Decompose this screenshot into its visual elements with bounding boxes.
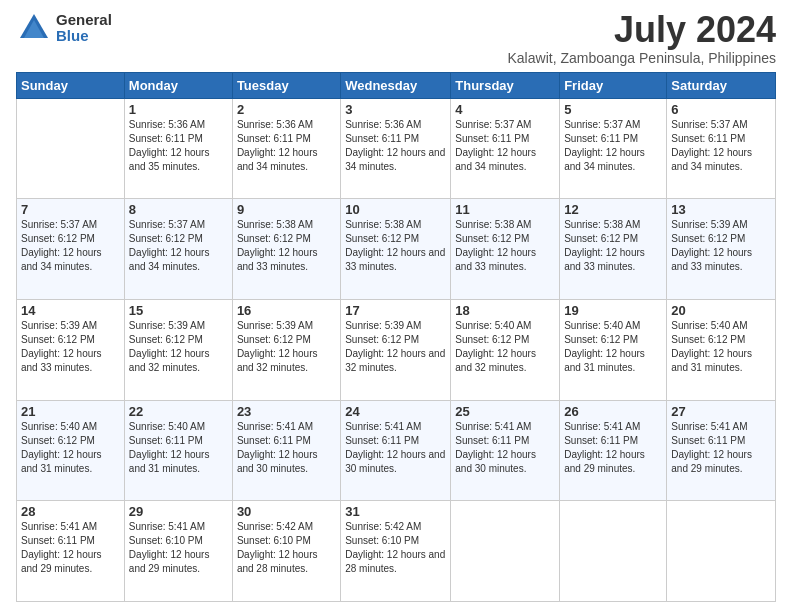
day-info: Sunrise: 5:37 AMSunset: 6:11 PMDaylight:… (455, 118, 555, 174)
calendar-cell (17, 98, 125, 199)
logo-blue: Blue (56, 28, 112, 45)
day-number: 25 (455, 404, 555, 419)
calendar-week-row: 21Sunrise: 5:40 AMSunset: 6:12 PMDayligh… (17, 400, 776, 501)
logo-icon (16, 10, 52, 46)
day-number: 31 (345, 504, 446, 519)
calendar-cell: 25Sunrise: 5:41 AMSunset: 6:11 PMDayligh… (451, 400, 560, 501)
day-info: Sunrise: 5:37 AMSunset: 6:11 PMDaylight:… (564, 118, 662, 174)
day-info: Sunrise: 5:42 AMSunset: 6:10 PMDaylight:… (237, 520, 336, 576)
day-number: 23 (237, 404, 336, 419)
calendar-cell: 31Sunrise: 5:42 AMSunset: 6:10 PMDayligh… (341, 501, 451, 602)
day-info: Sunrise: 5:39 AMSunset: 6:12 PMDaylight:… (671, 218, 771, 274)
day-info: Sunrise: 5:41 AMSunset: 6:11 PMDaylight:… (237, 420, 336, 476)
day-number: 14 (21, 303, 120, 318)
calendar-cell: 29Sunrise: 5:41 AMSunset: 6:10 PMDayligh… (124, 501, 232, 602)
day-number: 30 (237, 504, 336, 519)
day-number: 8 (129, 202, 228, 217)
logo-text: General Blue (56, 12, 112, 45)
calendar-cell (560, 501, 667, 602)
calendar-cell: 9Sunrise: 5:38 AMSunset: 6:12 PMDaylight… (232, 199, 340, 300)
day-number: 11 (455, 202, 555, 217)
day-info: Sunrise: 5:40 AMSunset: 6:12 PMDaylight:… (455, 319, 555, 375)
calendar-header-tuesday: Tuesday (232, 72, 340, 98)
calendar-week-row: 14Sunrise: 5:39 AMSunset: 6:12 PMDayligh… (17, 299, 776, 400)
day-info: Sunrise: 5:41 AMSunset: 6:11 PMDaylight:… (21, 520, 120, 576)
calendar-header-friday: Friday (560, 72, 667, 98)
day-number: 5 (564, 102, 662, 117)
day-number: 6 (671, 102, 771, 117)
calendar-header-saturday: Saturday (667, 72, 776, 98)
day-info: Sunrise: 5:41 AMSunset: 6:11 PMDaylight:… (564, 420, 662, 476)
calendar-cell: 7Sunrise: 5:37 AMSunset: 6:12 PMDaylight… (17, 199, 125, 300)
calendar-week-row: 7Sunrise: 5:37 AMSunset: 6:12 PMDaylight… (17, 199, 776, 300)
day-info: Sunrise: 5:38 AMSunset: 6:12 PMDaylight:… (455, 218, 555, 274)
calendar-cell: 15Sunrise: 5:39 AMSunset: 6:12 PMDayligh… (124, 299, 232, 400)
day-info: Sunrise: 5:38 AMSunset: 6:12 PMDaylight:… (564, 218, 662, 274)
calendar-table: SundayMondayTuesdayWednesdayThursdayFrid… (16, 72, 776, 602)
day-number: 19 (564, 303, 662, 318)
day-number: 18 (455, 303, 555, 318)
calendar-cell: 19Sunrise: 5:40 AMSunset: 6:12 PMDayligh… (560, 299, 667, 400)
day-number: 29 (129, 504, 228, 519)
day-info: Sunrise: 5:42 AMSunset: 6:10 PMDaylight:… (345, 520, 446, 576)
day-info: Sunrise: 5:38 AMSunset: 6:12 PMDaylight:… (345, 218, 446, 274)
calendar-header-monday: Monday (124, 72, 232, 98)
location: Kalawit, Zamboanga Peninsula, Philippine… (508, 50, 777, 66)
day-info: Sunrise: 5:39 AMSunset: 6:12 PMDaylight:… (129, 319, 228, 375)
day-number: 27 (671, 404, 771, 419)
calendar-cell: 6Sunrise: 5:37 AMSunset: 6:11 PMDaylight… (667, 98, 776, 199)
day-info: Sunrise: 5:36 AMSunset: 6:11 PMDaylight:… (129, 118, 228, 174)
day-number: 9 (237, 202, 336, 217)
day-info: Sunrise: 5:37 AMSunset: 6:11 PMDaylight:… (671, 118, 771, 174)
calendar-cell: 12Sunrise: 5:38 AMSunset: 6:12 PMDayligh… (560, 199, 667, 300)
calendar-cell: 11Sunrise: 5:38 AMSunset: 6:12 PMDayligh… (451, 199, 560, 300)
calendar-cell: 8Sunrise: 5:37 AMSunset: 6:12 PMDaylight… (124, 199, 232, 300)
header: General Blue July 2024 Kalawit, Zamboang… (16, 10, 776, 66)
day-info: Sunrise: 5:41 AMSunset: 6:11 PMDaylight:… (345, 420, 446, 476)
day-info: Sunrise: 5:36 AMSunset: 6:11 PMDaylight:… (345, 118, 446, 174)
day-number: 20 (671, 303, 771, 318)
calendar-header-wednesday: Wednesday (341, 72, 451, 98)
calendar-week-row: 28Sunrise: 5:41 AMSunset: 6:11 PMDayligh… (17, 501, 776, 602)
day-info: Sunrise: 5:40 AMSunset: 6:11 PMDaylight:… (129, 420, 228, 476)
day-info: Sunrise: 5:41 AMSunset: 6:10 PMDaylight:… (129, 520, 228, 576)
page: General Blue July 2024 Kalawit, Zamboang… (0, 0, 792, 612)
calendar-cell: 22Sunrise: 5:40 AMSunset: 6:11 PMDayligh… (124, 400, 232, 501)
day-number: 2 (237, 102, 336, 117)
month-title: July 2024 (508, 10, 777, 50)
calendar-cell: 21Sunrise: 5:40 AMSunset: 6:12 PMDayligh… (17, 400, 125, 501)
day-number: 26 (564, 404, 662, 419)
calendar-cell: 10Sunrise: 5:38 AMSunset: 6:12 PMDayligh… (341, 199, 451, 300)
calendar-cell: 20Sunrise: 5:40 AMSunset: 6:12 PMDayligh… (667, 299, 776, 400)
day-info: Sunrise: 5:39 AMSunset: 6:12 PMDaylight:… (21, 319, 120, 375)
day-info: Sunrise: 5:37 AMSunset: 6:12 PMDaylight:… (21, 218, 120, 274)
calendar-cell: 26Sunrise: 5:41 AMSunset: 6:11 PMDayligh… (560, 400, 667, 501)
day-number: 16 (237, 303, 336, 318)
day-number: 7 (21, 202, 120, 217)
day-info: Sunrise: 5:40 AMSunset: 6:12 PMDaylight:… (564, 319, 662, 375)
calendar-cell: 18Sunrise: 5:40 AMSunset: 6:12 PMDayligh… (451, 299, 560, 400)
calendar-cell (667, 501, 776, 602)
day-number: 10 (345, 202, 446, 217)
logo: General Blue (16, 10, 112, 46)
day-info: Sunrise: 5:40 AMSunset: 6:12 PMDaylight:… (671, 319, 771, 375)
calendar-cell: 30Sunrise: 5:42 AMSunset: 6:10 PMDayligh… (232, 501, 340, 602)
calendar-cell: 28Sunrise: 5:41 AMSunset: 6:11 PMDayligh… (17, 501, 125, 602)
title-area: July 2024 Kalawit, Zamboanga Peninsula, … (508, 10, 777, 66)
calendar-week-row: 1Sunrise: 5:36 AMSunset: 6:11 PMDaylight… (17, 98, 776, 199)
calendar-cell: 16Sunrise: 5:39 AMSunset: 6:12 PMDayligh… (232, 299, 340, 400)
calendar-header-thursday: Thursday (451, 72, 560, 98)
calendar-cell: 24Sunrise: 5:41 AMSunset: 6:11 PMDayligh… (341, 400, 451, 501)
day-info: Sunrise: 5:39 AMSunset: 6:12 PMDaylight:… (237, 319, 336, 375)
day-info: Sunrise: 5:39 AMSunset: 6:12 PMDaylight:… (345, 319, 446, 375)
calendar-header-sunday: Sunday (17, 72, 125, 98)
day-number: 3 (345, 102, 446, 117)
calendar-cell: 2Sunrise: 5:36 AMSunset: 6:11 PMDaylight… (232, 98, 340, 199)
day-number: 12 (564, 202, 662, 217)
day-number: 1 (129, 102, 228, 117)
day-number: 4 (455, 102, 555, 117)
day-number: 22 (129, 404, 228, 419)
day-info: Sunrise: 5:41 AMSunset: 6:11 PMDaylight:… (671, 420, 771, 476)
day-number: 21 (21, 404, 120, 419)
calendar-cell: 4Sunrise: 5:37 AMSunset: 6:11 PMDaylight… (451, 98, 560, 199)
